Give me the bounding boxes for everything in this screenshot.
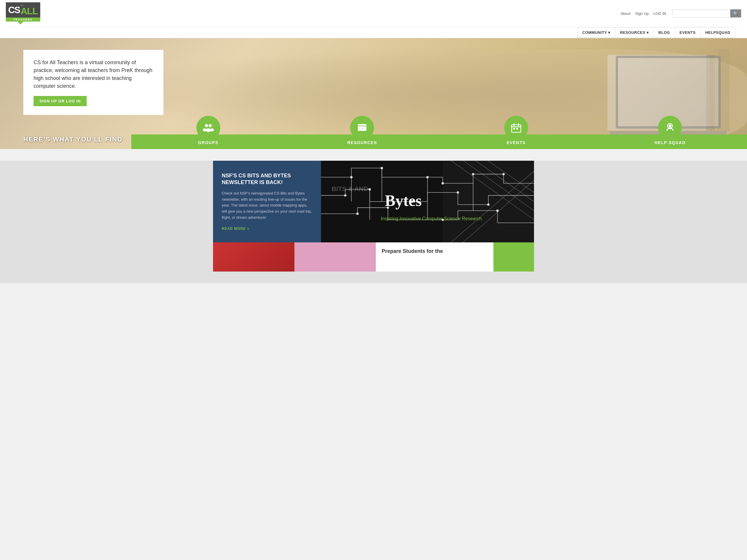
find-section: HERE'S WHAT YOU'LL FIND GROUPS xyxy=(0,116,747,149)
login-link[interactable]: LOG IN xyxy=(653,11,666,16)
bottom-card-3: Prepare Students for the xyxy=(376,242,493,271)
bits-text: Bits & AND xyxy=(332,185,368,193)
svg-point-27 xyxy=(344,194,346,196)
helpsquad-icon-circle xyxy=(658,116,682,140)
featured-card: NSF'S CS BITS AND BYTES NEWSLETTER IS BA… xyxy=(213,161,534,242)
svg-point-0 xyxy=(205,124,208,127)
search-input[interactable] xyxy=(672,10,730,18)
events-icon-circle xyxy=(504,116,528,140)
svg-rect-12 xyxy=(513,128,515,130)
signup-login-button[interactable]: SIGN UP OR LOG IN xyxy=(33,96,87,106)
circuit-board-svg xyxy=(321,161,534,242)
find-title: HERE'S WHAT YOU'LL FIND xyxy=(23,136,123,149)
bottom-card-4 xyxy=(493,242,534,271)
helpsquad-icon xyxy=(664,122,676,134)
bottom-card-2 xyxy=(294,242,376,271)
featured-left: NSF'S CS BITS AND BYTES NEWSLETTER IS BA… xyxy=(213,161,321,242)
header-right: About Sign Up LOG IN 🔍 xyxy=(621,9,741,18)
bottom-cards-row: Prepare Students for the xyxy=(213,242,534,271)
logo-for-all: for ALL xyxy=(20,4,37,16)
svg-point-17 xyxy=(669,124,672,128)
svg-point-1 xyxy=(209,124,212,127)
hero-card: CS for All Teachers is a virtual communi… xyxy=(23,50,163,115)
about-link[interactable]: About xyxy=(621,11,630,16)
logo-cs: CS xyxy=(8,5,20,16)
resources-icon-circle: ≡ xyxy=(350,116,374,140)
logo-teachers: TEACHERS xyxy=(6,18,40,22)
svg-point-21 xyxy=(350,176,353,178)
find-card-resources[interactable]: ≡ RESOURCES xyxy=(285,116,439,149)
logo-main: CS for ALL xyxy=(6,2,40,18)
hero-description: CS for All Teachers is a virtual communi… xyxy=(33,59,153,90)
search-bar: 🔍 xyxy=(672,9,741,18)
svg-point-4 xyxy=(206,128,211,132)
featured-right: Bytes Inspiring Innovative Computer Scie… xyxy=(321,161,534,242)
featured-body: Check out NSF's reinvigorated CS Bits an… xyxy=(222,190,312,221)
logo[interactable]: CS for ALL TEACHERS xyxy=(6,2,40,25)
find-card-helpsquad[interactable]: HELP SQUAD xyxy=(593,116,747,149)
header-links: About Sign Up LOG IN xyxy=(621,11,666,16)
nav-blog[interactable]: BLOG xyxy=(653,27,675,38)
nav-resources[interactable]: RESOURCES xyxy=(615,27,654,38)
bottom-card-3-title: Prepare Students for the xyxy=(382,248,488,254)
nav-helpsquad[interactable]: HELPSQUAD xyxy=(700,27,735,38)
header: CS for ALL TEACHERS About Sign Up LOG IN… xyxy=(0,0,747,38)
logo-speech-bubble xyxy=(18,22,23,25)
content-section: NSF'S CS BITS AND BYTES NEWSLETTER IS BA… xyxy=(0,161,747,283)
nav-community[interactable]: COMMUNITY xyxy=(577,27,615,38)
resources-icon: ≡ xyxy=(356,122,368,134)
signup-link[interactable]: Sign Up xyxy=(635,11,649,16)
nav-events[interactable]: EVENTS xyxy=(675,27,701,38)
hero-content: CS for All Teachers is a virtual communi… xyxy=(0,38,175,121)
svg-rect-13 xyxy=(516,128,518,130)
svg-text:≡: ≡ xyxy=(361,127,363,130)
read-more-link[interactable]: READ MORE » xyxy=(222,226,312,231)
svg-point-28 xyxy=(368,188,371,190)
svg-rect-36 xyxy=(443,161,534,242)
cs-research-text: Inspiring Innovative Computer Science Re… xyxy=(381,216,482,221)
groups-icon-circle xyxy=(197,116,220,140)
bytes-text: Bytes xyxy=(385,192,422,210)
svg-point-32 xyxy=(356,213,359,215)
logo-all: ALL xyxy=(20,6,37,16)
find-cards: GROUPS ≡ RESOURCES xyxy=(131,116,747,149)
bottom-card-1 xyxy=(213,242,294,271)
find-card-groups[interactable]: GROUPS xyxy=(131,116,285,149)
hero-section: CS for All Teachers is a virtual communi… xyxy=(0,38,747,149)
svg-point-22 xyxy=(381,167,383,169)
events-icon xyxy=(510,122,522,134)
header-top: CS for ALL TEACHERS About Sign Up LOG IN… xyxy=(6,0,741,27)
nav-bar: COMMUNITY RESOURCES BLOG EVENTS HELPSQUA… xyxy=(6,27,741,38)
search-button[interactable]: 🔍 xyxy=(730,9,741,18)
featured-title: NSF'S CS BITS AND BYTES NEWSLETTER IS BA… xyxy=(222,172,312,186)
groups-icon xyxy=(202,122,214,134)
svg-point-23 xyxy=(426,176,429,178)
find-card-events[interactable]: EVENTS xyxy=(439,116,593,149)
